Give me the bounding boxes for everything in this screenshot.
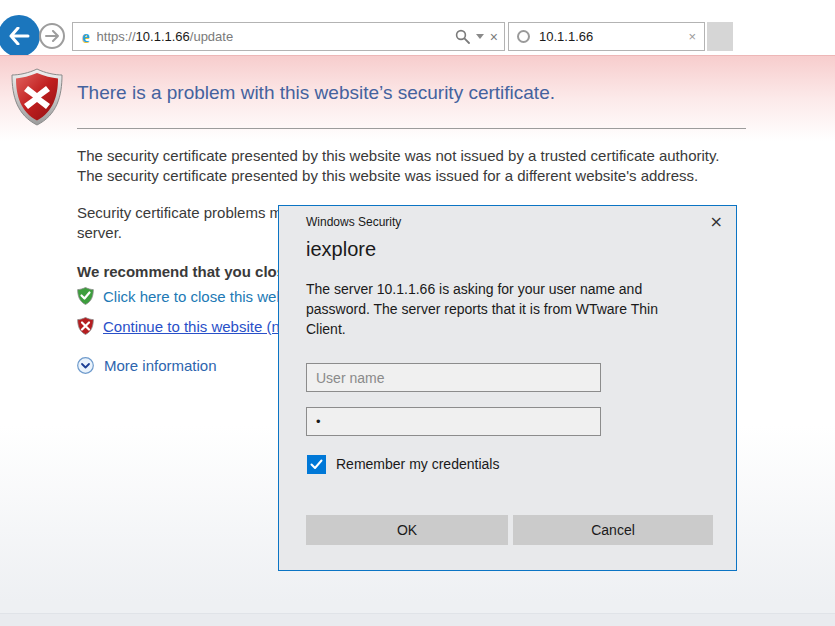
forward-button[interactable] [39,23,65,49]
dialog-title: Windows Security [306,215,401,229]
continue-website-row: Continue to this website (not [77,317,292,335]
password-input[interactable] [306,407,601,436]
browser-tab[interactable]: 10.1.1.66 × [508,22,705,51]
problem-line-1: The security certificate presented by th… [77,146,720,166]
stop-icon[interactable]: × [490,30,498,44]
forward-arrow-icon [45,30,59,42]
problem-line-2: The security certificate presented by th… [77,166,720,186]
ok-button[interactable]: OK [306,515,508,545]
certificate-problems: The security certificate presented by th… [77,146,720,186]
shield-x-icon [77,317,94,335]
address-bar-icons: × [455,29,498,44]
more-information-row[interactable]: More information [77,357,217,374]
url-scheme: https:// [97,29,136,44]
dialog-app-name: iexplore [306,238,376,261]
remember-credentials-label[interactable]: Remember my credentials [336,456,499,472]
back-arrow-icon [8,27,30,45]
warning-text-fragment: Security certificate problems ma [77,203,290,223]
tab-close-icon[interactable]: × [688,29,696,44]
close-webpage-row: Click here to close this webpa [77,287,301,305]
dialog-close-icon[interactable]: × [710,212,723,231]
more-information-label[interactable]: More information [104,357,217,374]
address-bar[interactable]: e https://10.1.1.66/update × [72,22,505,51]
close-webpage-link[interactable]: Click here to close this webpa [103,288,301,305]
recommendation-text: We recommend that you close [77,262,293,282]
windows-security-dialog: Windows Security × iexplore The server 1… [278,205,737,571]
screen: e https://10.1.1.66/update × 10.1.1.66 × [0,0,835,626]
page-title: There is a problem with this website’s s… [77,82,555,104]
dialog-message: The server 10.1.1.66 is asking for your … [306,279,681,339]
cancel-button[interactable]: Cancel [513,515,713,545]
back-button[interactable] [0,15,40,57]
ie-logo-icon: e [82,27,90,47]
search-dropdown-icon[interactable] [476,34,484,39]
tab-loading-spinner-icon [517,30,530,43]
divider [77,128,746,129]
remember-credentials-checkbox[interactable] [307,455,326,474]
url-text[interactable]: https://10.1.1.66/update [97,29,455,44]
url-path: /update [190,29,233,44]
shield-check-icon [77,287,94,305]
search-icon[interactable] [455,29,470,44]
username-input[interactable] [306,363,601,392]
bottom-bar [0,613,835,626]
url-host: 10.1.1.66 [136,29,190,44]
security-error-shield-icon [10,68,64,126]
browser-toolbar: e https://10.1.1.66/update × 10.1.1.66 × [0,0,835,55]
chevron-down-circle-icon[interactable] [77,357,94,374]
continue-website-link[interactable]: Continue to this website (not [103,318,292,335]
checkmark-icon [310,459,323,470]
tab-title: 10.1.1.66 [539,29,688,44]
new-tab-button[interactable] [707,22,733,51]
warning-text-fragment-2: server. [77,223,122,243]
